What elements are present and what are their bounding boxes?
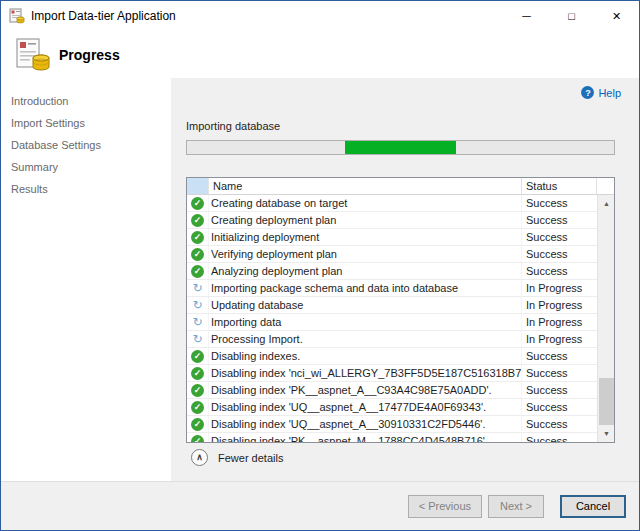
task-name: Creating deployment plan — [209, 212, 522, 228]
icon-column-header[interactable] — [187, 178, 209, 194]
task-status-icon: ✓ — [191, 401, 204, 414]
task-status: Success — [522, 382, 597, 398]
task-name: Verifying deployment plan — [209, 246, 522, 262]
task-name: Importing package schema and data into d… — [209, 280, 522, 296]
titlebar[interactable]: Import Data-tier Application ─ □ ✕ — [1, 1, 639, 31]
chevron-up-icon: ∧ — [191, 449, 208, 466]
task-status-icon: ✓ — [191, 197, 204, 210]
table-header: Name Status — [187, 178, 614, 195]
sidebar-item-database-settings[interactable]: Database Settings — [11, 137, 171, 159]
wizard-header: Progress — [1, 31, 639, 78]
task-status: Success — [522, 195, 597, 211]
task-name: Disabling indexes. — [209, 348, 522, 364]
task-name: Disabling index 'nci_wi_ALLERGY_7B3FF5D5… — [209, 365, 522, 381]
window-controls: ─ □ ✕ — [504, 1, 639, 31]
task-name: Initializing deployment — [209, 229, 522, 245]
table-row[interactable]: ↻ Updating database In Progress — [187, 297, 597, 314]
task-status: In Progress — [522, 297, 597, 313]
table-row[interactable]: ↻ Importing data In Progress — [187, 314, 597, 331]
table-row[interactable]: ✓ Creating deployment plan Success — [187, 212, 597, 229]
task-status-icon: ↻ — [191, 282, 204, 295]
task-status: Success — [522, 433, 597, 442]
table-row[interactable]: ✓ Initializing deployment Success — [187, 229, 597, 246]
task-status-icon: ✓ — [191, 367, 204, 380]
task-status: Success — [522, 365, 597, 381]
scroll-up-icon[interactable]: ▲ — [598, 195, 615, 212]
next-button[interactable]: Next > — [488, 495, 544, 518]
window-title: Import Data-tier Application — [31, 9, 176, 23]
table-row[interactable]: ✓ Disabling indexes. Success — [187, 348, 597, 365]
task-status-icon: ✓ — [191, 384, 204, 397]
task-status: Success — [522, 416, 597, 432]
scroll-down-icon[interactable]: ▼ — [598, 425, 615, 442]
fewer-details-label: Fewer details — [218, 452, 283, 464]
task-name: Importing data — [209, 314, 522, 330]
app-icon — [9, 8, 25, 24]
task-status: In Progress — [522, 331, 597, 347]
page-title: Progress — [59, 47, 120, 63]
table-row[interactable]: ↻ Importing package schema and data into… — [187, 280, 597, 297]
task-status: In Progress — [522, 280, 597, 296]
close-icon[interactable]: ✕ — [594, 1, 639, 31]
task-name: Disabling index 'UQ__aspnet_A__30910331C… — [209, 416, 522, 432]
previous-button[interactable]: < Previous — [408, 495, 482, 518]
header-filler — [597, 178, 614, 194]
fewer-details-toggle[interactable]: ∧ Fewer details — [191, 449, 283, 466]
sidebar-item-summary[interactable]: Summary — [11, 159, 171, 181]
task-name: Updating database — [209, 297, 522, 313]
task-status-icon: ↻ — [191, 316, 204, 329]
maximize-icon[interactable]: □ — [549, 1, 594, 31]
task-name: Processing Import. — [209, 331, 522, 347]
table-row[interactable]: ✓ Disabling index 'PK__aspnet_M__1788CC4… — [187, 433, 597, 442]
task-status-icon: ✓ — [191, 248, 204, 261]
table-row[interactable]: ✓ Disabling index 'nci_wi_ALLERGY_7B3FF5… — [187, 365, 597, 382]
status-column-header[interactable]: Status — [522, 178, 597, 194]
task-status: Success — [522, 246, 597, 262]
help-icon: ? — [581, 86, 594, 99]
task-name: Creating database on target — [209, 195, 522, 211]
help-link[interactable]: ? Help — [581, 86, 621, 99]
task-status-icon: ✓ — [191, 350, 204, 363]
task-status: In Progress — [522, 314, 597, 330]
table-row[interactable]: ✓ Disabling index 'UQ__aspnet_A__3091033… — [187, 416, 597, 433]
minimize-icon[interactable]: ─ — [504, 1, 549, 31]
task-status-icon: ✓ — [191, 265, 204, 278]
sidebar-item-import-settings[interactable]: Import Settings — [11, 115, 171, 137]
task-status-icon: ✓ — [191, 231, 204, 244]
sidebar-item-introduction[interactable]: Introduction — [11, 93, 171, 115]
wizard-steps-sidebar: Introduction Import Settings Database Se… — [1, 78, 171, 481]
progress-page-icon — [14, 36, 52, 74]
import-progress-bar — [186, 140, 615, 155]
import-data-tier-application-window: Import Data-tier Application ─ □ ✕ Progr… — [0, 0, 640, 531]
table-row[interactable]: ✓ Analyzing deployment plan Success — [187, 263, 597, 280]
task-status-icon: ✓ — [191, 418, 204, 431]
footer-bar: < Previous Next > Cancel — [1, 481, 639, 530]
table-row[interactable]: ✓ Disabling index 'UQ__aspnet_A__17477DE… — [187, 399, 597, 416]
task-status-icon: ✓ — [191, 435, 204, 443]
task-status: Success — [522, 348, 597, 364]
help-label: Help — [598, 87, 621, 99]
task-status: Success — [522, 229, 597, 245]
task-name: Disabling index 'PK__aspnet_M__1788CC4D4… — [209, 433, 522, 442]
name-column-header[interactable]: Name — [209, 178, 522, 194]
task-status-icon: ↻ — [191, 333, 204, 346]
task-name: Analyzing deployment plan — [209, 263, 522, 279]
task-status: Success — [522, 212, 597, 228]
table-row[interactable]: ↻ Processing Import. In Progress — [187, 331, 597, 348]
task-name: Disabling index 'UQ__aspnet_A__17477DE4A… — [209, 399, 522, 415]
table-row[interactable]: ✓ Creating database on target Success — [187, 195, 597, 212]
table-row[interactable]: ✓ Disabling index 'PK__aspnet_A__C93A4C9… — [187, 382, 597, 399]
table-body: ✓ Creating database on target Success ✓ … — [187, 195, 597, 442]
scrollbar-thumb[interactable] — [599, 378, 614, 425]
sidebar-item-results[interactable]: Results — [11, 181, 171, 203]
task-status-icon: ✓ — [191, 214, 204, 227]
task-status: Success — [522, 399, 597, 415]
importing-database-label: Importing database — [186, 120, 280, 132]
cancel-button[interactable]: Cancel — [560, 495, 626, 518]
task-status-icon: ↻ — [191, 299, 204, 312]
vertical-scrollbar[interactable]: ▲ ▼ — [597, 195, 614, 442]
table-row[interactable]: ✓ Verifying deployment plan Success — [187, 246, 597, 263]
main-content: ? Help Importing database Name Status ✓ … — [171, 78, 639, 481]
task-table: Name Status ✓ Creating database on targe… — [186, 177, 615, 443]
progress-marquee-segment — [345, 141, 456, 154]
